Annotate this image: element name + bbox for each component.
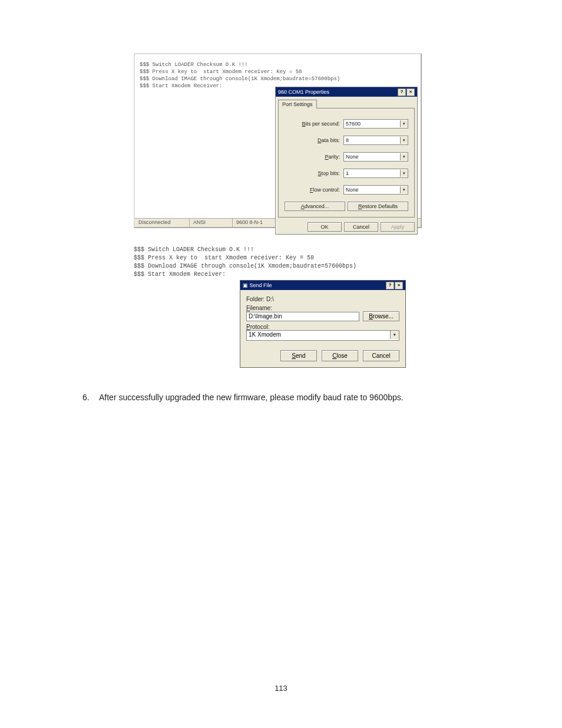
advanced-button[interactable]: Advanced... [285,202,345,211]
help-icon[interactable]: ? [398,88,406,96]
flow-control-value: None [346,187,359,193]
stop-bits-value: 1 [346,170,349,176]
filename-input[interactable]: D:\Image.bin [246,312,359,321]
cancel-button[interactable]: Cancel [363,350,399,361]
parity-label: Parity: [325,154,340,160]
status-connection: Disconnected [135,219,190,227]
chevron-down-icon: ▾ [400,137,408,144]
send-file-titlebar: ▣ Send File ? × [240,281,405,290]
parity-dropdown[interactable]: None ▾ [343,152,408,162]
bits-per-second-label: Bits per second: [302,121,340,127]
status-settings: 9600 8-N-1 [233,219,282,227]
parity-value: None [346,154,359,160]
dialog-titlebar: 960 COM1 Properties ? × [276,87,417,97]
send-file-title: Send File [250,282,272,288]
terminal-output-2: $$$ Switch LOADER Checksum O.K !!! $$$ P… [134,246,428,279]
close-icon[interactable]: × [406,88,415,96]
restore-defaults-button[interactable]: Restore Defaults [348,202,408,211]
chevron-down-icon: ▾ [400,170,408,177]
figure-1-terminal-com-properties: $$$ Switch LOADER Checksum O.K !!! $$$ P… [134,53,428,228]
chevron-down-icon: ▾ [400,153,408,160]
instruction-step-6: 6. After successfully upgraded the new f… [71,391,491,403]
data-bits-value: 8 [346,137,349,143]
tab-strip: Port Settings [276,97,417,108]
filename-label: Filename: [246,305,399,311]
apply-button: Apply [381,222,415,232]
protocol-dropdown[interactable]: 1K Xmodem ▾ [246,330,399,341]
terminal-window: $$$ Switch LOADER Checksum O.K !!! $$$ P… [134,53,422,228]
data-bits-dropdown[interactable]: 8 ▾ [343,136,408,145]
step-text: After successfully upgraded the new firm… [99,391,404,403]
send-button[interactable]: Send [280,350,317,361]
chevron-down-icon: ▾ [400,186,408,193]
folder-label: Folder: D:\ [246,296,399,302]
stop-bits-dropdown[interactable]: 1 ▾ [343,169,408,178]
step-number: 6. [82,391,99,403]
port-settings-panel: Bits per second: 57600 ▾ Data bits: 8 ▾ [278,108,415,218]
stop-bits-label: Stop bits: [318,170,340,176]
data-bits-label: Data bits: [318,137,340,143]
figure-2-sendfile: $$$ Switch LOADER Checksum O.K !!! $$$ P… [134,246,428,368]
chevron-down-icon: ▾ [390,331,399,339]
protocol-label: Protocol: [246,324,399,330]
close-icon[interactable]: × [395,282,403,289]
close-button[interactable]: Close [322,350,358,361]
cancel-button[interactable]: Cancel [344,222,378,232]
ok-button[interactable]: OK [308,222,342,232]
send-file-dialog: ▣ Send File ? × Folder: D:\ Filename: D:… [240,280,406,368]
status-emulation: ANSI [190,219,233,227]
browse-button[interactable]: Browse... [363,311,399,321]
page-number: 113 [0,684,562,693]
chevron-down-icon: ▾ [400,120,408,127]
bits-per-second-dropdown[interactable]: 57600 ▾ [343,119,408,129]
dialog-title: COM1 Properties [289,89,330,95]
send-file-icon: ▣ [243,282,248,288]
bps-value: 57600 [346,121,361,127]
protocol-value: 1K Xmodem [247,331,390,340]
com1-properties-dialog: 960 COM1 Properties ? × Port Settings Bi… [275,87,418,235]
tab-port-settings[interactable]: Port Settings [278,100,317,108]
flow-control-dropdown[interactable]: None ▾ [343,185,408,195]
flow-control-label: Flow control: [310,187,340,193]
help-icon[interactable]: ? [386,282,394,289]
title-prefix: 960 [278,89,287,95]
